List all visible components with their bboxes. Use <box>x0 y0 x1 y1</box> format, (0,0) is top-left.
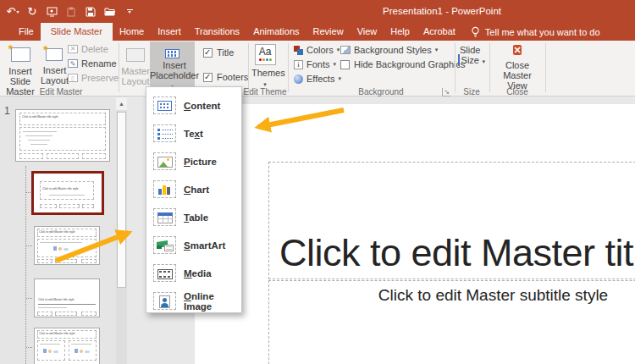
insert-placeholder-button[interactable]: Insert Placeholder ▾ <box>150 41 195 86</box>
themes-button[interactable]: Aa Themes ▾ <box>251 42 279 88</box>
master-title-placeholder[interactable]: Click to edit Master title <box>268 162 635 279</box>
colors-label: Colors <box>306 45 334 55</box>
delete-label: Delete <box>81 44 108 54</box>
panel-scrollbar-thumb[interactable] <box>117 112 126 288</box>
thumbnail-title-text: Click to edit Master title style <box>38 298 75 301</box>
slide-thumbnail-panel: 1 Click to edit Master title style <box>0 97 127 364</box>
customize-qat-icon[interactable]: ▾ <box>124 5 135 18</box>
hide-background-graphics-label: Hide Background Graphics <box>354 59 465 69</box>
colors-button[interactable]: Colors▾ <box>294 45 340 55</box>
master-subtitle-text: Click to edit Master subtitle style <box>269 286 635 305</box>
thumbnail-title-slide-layout[interactable]: Click to edit Master title style <box>31 171 104 215</box>
menu-item-label: Chart <box>184 185 209 195</box>
tab-home[interactable]: Home <box>113 23 151 41</box>
tab-acrobat[interactable]: Acrobat <box>417 23 462 41</box>
menu-item-smartart[interactable]: SmartArt <box>146 231 241 259</box>
background-dialog-launcher-icon[interactable]: ↘ <box>442 88 450 97</box>
menu-item-label: Picture <box>184 157 217 167</box>
menu-item-label: Media <box>184 268 212 279</box>
master-layout-icon <box>126 48 145 62</box>
thumbnail-title-and-content-layout[interactable]: Click to edit Master title style <box>34 226 100 265</box>
fonts-icon: i <box>294 60 303 69</box>
tab-animations[interactable]: Animations <box>246 23 306 41</box>
smartart-icon <box>153 236 176 254</box>
effects-button[interactable]: Effects▾ <box>294 74 341 84</box>
tell-me-label: Tell me what you want to do <box>485 27 600 37</box>
effects-icon <box>294 74 303 84</box>
background-group-label: Background <box>347 87 415 97</box>
tab-help[interactable]: Help <box>384 23 417 41</box>
background-styles-button[interactable]: Background Styles▾ <box>340 45 438 55</box>
insert-layout-button[interactable]: ✷ Insert Layout <box>41 42 68 85</box>
tell-me-search[interactable]: Tell me what you want to do <box>471 23 600 41</box>
menu-item-label: Table <box>184 212 208 223</box>
layout-connector-line <box>25 166 26 364</box>
open-folder-icon[interactable] <box>104 5 116 18</box>
insert-slide-master-icon: ✷ <box>11 47 30 62</box>
menu-item-online-image[interactable]: Online Image <box>146 287 241 315</box>
rename-label: Rename <box>81 58 117 69</box>
title-bar: ↶▾ ↻ ▾ Presentation1 - PowerPoint <box>0 0 635 23</box>
menu-item-label: Online Image <box>184 291 241 312</box>
insert-placeholder-menu: ContentTextPictureChartTableSmartArtMedi… <box>146 86 242 313</box>
edit-theme-group-label: Edit Theme <box>241 87 289 97</box>
fonts-button[interactable]: i Fonts▾ <box>294 59 336 69</box>
tab-file[interactable]: File <box>12 23 41 41</box>
tab-insert[interactable]: Insert <box>151 23 188 41</box>
background-styles-icon <box>340 46 351 54</box>
preserve-button: ▯ Preserve <box>68 73 119 83</box>
quick-access-toolbar: ↶▾ ↻ ▾ <box>7 0 135 23</box>
start-slideshow-icon[interactable] <box>46 5 58 18</box>
thumbnail-section-header-layout[interactable]: Click to edit Master title style <box>34 279 100 317</box>
menu-item-chart[interactable]: Chart <box>146 175 241 203</box>
thumbnail-title-text: Click to edit Master title style <box>22 115 57 119</box>
rename-button[interactable]: ✎ Rename <box>68 58 117 69</box>
menu-item-label: Text <box>184 129 203 139</box>
ribbon: ✷ Insert Slide Master ✷ Insert Layout ✕ … <box>0 41 635 97</box>
chart-icon <box>153 180 176 198</box>
master-layout-label: Master Layout <box>121 66 150 86</box>
touch-mode-icon <box>65 5 77 18</box>
themes-icon: Aa <box>255 44 276 65</box>
master-subtitle-placeholder[interactable]: Click to edit Master subtitle style <box>268 280 635 364</box>
delete-button: ✕ Delete <box>68 44 108 54</box>
slide-size-label: Slide Size <box>460 45 480 65</box>
title-checkbox[interactable]: Title <box>203 47 234 58</box>
footers-checkbox[interactable]: Footers <box>203 72 248 82</box>
thumbnail-master[interactable]: Click to edit Master title style <box>15 109 110 162</box>
insert-layout-icon: ✷ <box>46 48 63 61</box>
thumbnail-title-text: Click to edit Master title style <box>39 332 63 335</box>
delete-icon: ✕ <box>68 45 78 53</box>
save-icon[interactable] <box>85 5 97 18</box>
title-checkbox-label: Title <box>217 47 234 58</box>
tab-slide-master[interactable]: Slide Master <box>41 23 113 41</box>
lightbulb-icon <box>471 26 480 38</box>
panel-scrollbar-up-icon[interactable]: ▲ <box>116 97 127 110</box>
tab-transitions[interactable]: Transitions <box>188 23 246 41</box>
redo-icon[interactable]: ↻ <box>26 5 38 18</box>
size-group-label: Size <box>458 87 485 97</box>
menu-item-picture[interactable]: Picture <box>146 147 241 175</box>
rename-icon: ✎ <box>68 59 78 68</box>
close-master-view-button[interactable]: ✕ Close Master View <box>492 42 543 91</box>
text-icon <box>153 124 176 142</box>
master-title-text: Click to edit Master title <box>279 231 635 275</box>
tab-review[interactable]: Review <box>306 23 351 41</box>
menu-item-text[interactable]: Text <box>146 119 241 147</box>
menu-item-content[interactable]: Content <box>146 91 241 119</box>
background-styles-label: Background Styles <box>354 45 432 55</box>
undo-icon[interactable]: ↶▾ <box>7 5 19 18</box>
menu-item-table[interactable]: Table <box>146 203 241 231</box>
workspace: 1 Click to edit Master title style <box>0 97 635 364</box>
insert-layout-label: Insert Layout <box>41 65 69 85</box>
close-master-view-icon: ✕ <box>513 45 521 55</box>
menu-item-media[interactable]: Media <box>146 259 241 287</box>
menu-item-label: SmartArt <box>184 240 225 251</box>
hide-background-graphics-checkbox[interactable]: Hide Background Graphics <box>340 59 465 69</box>
preserve-label: Preserve <box>81 73 119 83</box>
picture-icon <box>153 152 176 170</box>
slide-size-button[interactable]: Slide Size ▾ <box>458 42 485 65</box>
tab-view[interactable]: View <box>351 23 384 41</box>
thumbnail-two-content-layout[interactable]: Click to edit Master title style <box>34 328 100 364</box>
footers-checkbox-box <box>203 73 213 82</box>
